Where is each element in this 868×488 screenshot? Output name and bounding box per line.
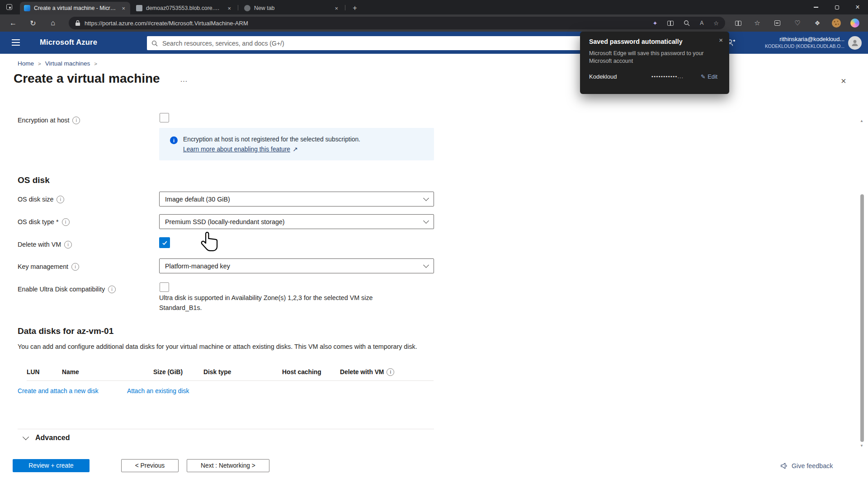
delete-with-vm-checkbox[interactable] xyxy=(159,237,170,248)
tab-blob-storage[interactable]: demoaz0753553.blob.core.wind... × xyxy=(132,2,236,14)
breadcrumb-separator: > xyxy=(38,61,41,66)
col-name: Name xyxy=(62,368,153,376)
col-disk-type: Disk type xyxy=(203,368,282,376)
tab-create-vm[interactable]: Create a virtual machine - Micro... × xyxy=(20,2,130,14)
info-icon[interactable]: i xyxy=(57,196,64,203)
favorites-icon[interactable]: ☆ xyxy=(750,14,765,32)
read-aloud-icon[interactable]: A xyxy=(700,20,703,26)
newtab-favicon xyxy=(244,5,250,11)
tab-close-icon[interactable]: × xyxy=(334,5,339,12)
os-disk-type-dropdown[interactable]: Premium SSD (locally-redundant storage) xyxy=(159,214,434,229)
tab-close-icon[interactable]: × xyxy=(226,5,232,12)
azure-search-box[interactable] xyxy=(147,36,582,50)
give-feedback-button[interactable]: Give feedback xyxy=(780,462,833,470)
ultra-disk-checkbox[interactable] xyxy=(160,282,169,292)
review-create-button[interactable]: Review + create xyxy=(13,459,90,472)
tab-title: New tab xyxy=(254,5,330,11)
data-disks-heading: Data disks for az-vm-01 xyxy=(18,326,113,336)
address-bar-icons: ✦ A ☆ xyxy=(652,20,719,27)
tab-actions-icon[interactable] xyxy=(6,4,12,10)
address-bar[interactable]: https://portal.azure.com/#create/Microso… xyxy=(69,17,725,29)
account-info[interactable]: rithinskaria@kodekloud... KODEKLOUD (KOD… xyxy=(765,36,844,49)
next-networking-button[interactable]: Next : Networking > xyxy=(187,459,269,472)
col-host-caching: Host caching xyxy=(282,368,340,376)
scroll-up-arrow[interactable]: ▲ xyxy=(858,119,865,123)
zoom-icon[interactable] xyxy=(684,20,690,26)
previous-button[interactable]: < Previous xyxy=(121,459,179,472)
person-icon xyxy=(851,39,859,47)
split-screen-icon[interactable] xyxy=(731,14,746,32)
favorite-star-icon[interactable]: ☆ xyxy=(713,20,719,27)
window-close-button[interactable]: × xyxy=(847,0,868,14)
tab-separator xyxy=(238,5,238,10)
popup-body: Microsoft Edge will save this password t… xyxy=(589,50,722,66)
chevron-down-icon xyxy=(423,195,429,201)
collections-icon[interactable] xyxy=(769,14,785,32)
key-management-dropdown[interactable]: Platform-managed key xyxy=(159,258,434,273)
account-email: rithinskaria@kodekloud... xyxy=(765,36,844,43)
col-size: Size (GiB) xyxy=(153,368,203,376)
attach-existing-disk-link[interactable]: Attach an existing disk xyxy=(127,388,189,394)
create-attach-disk-link[interactable]: Create and attach a new disk xyxy=(18,388,99,394)
os-disk-size-label: OS disk size i xyxy=(18,194,64,204)
info-icon[interactable]: i xyxy=(387,368,394,376)
delete-with-vm-label: Delete with VM i xyxy=(18,239,72,249)
section-divider xyxy=(18,429,434,429)
tab-separator xyxy=(345,5,345,10)
saved-password-popup: Saved password automatically × Microsoft… xyxy=(580,32,729,94)
window-maximize-button[interactable] xyxy=(826,0,847,14)
mouse-cursor-hand xyxy=(201,230,218,255)
info-icon[interactable]: i xyxy=(71,263,79,271)
info-icon[interactable]: i xyxy=(72,117,80,124)
os-disk-type-label: OS disk type * i xyxy=(18,217,70,227)
back-icon[interactable]: ← xyxy=(5,14,21,32)
os-disk-size-value: Image default (30 GiB) xyxy=(165,196,230,203)
popup-edit-button[interactable]: ✎ Edit xyxy=(701,73,717,80)
popup-title: Saved password automatically xyxy=(589,38,683,45)
advanced-section-toggle[interactable]: Advanced xyxy=(24,434,70,442)
learn-more-link[interactable]: Learn more about enabling this feature xyxy=(183,146,290,153)
account-directory: KODEKLOUD (KODEKLOUDLAB.O... xyxy=(765,43,844,50)
os-disk-size-dropdown[interactable]: Image default (30 GiB) xyxy=(159,192,434,206)
new-tab-button[interactable]: + xyxy=(349,3,360,14)
tab-close-icon[interactable]: × xyxy=(121,5,126,12)
checkmark-icon xyxy=(161,239,168,246)
info-icon[interactable]: i xyxy=(108,286,116,293)
extensions-icon[interactable]: ❖ xyxy=(810,14,825,32)
browser-essentials-icon[interactable]: ♡ xyxy=(790,14,805,32)
blade-close-icon[interactable]: × xyxy=(841,76,846,86)
popup-close-icon[interactable]: × xyxy=(719,36,723,44)
info-icon[interactable]: i xyxy=(64,241,72,249)
info-icon[interactable]: i xyxy=(62,218,70,226)
profile-avatar-cookie[interactable] xyxy=(829,14,844,32)
azure-brand[interactable]: Microsoft Azure xyxy=(40,38,97,47)
os-disk-type-value: Premium SSD (locally-redundant storage) xyxy=(165,218,285,225)
azure-search-input[interactable] xyxy=(161,39,577,47)
title-context-menu-icon[interactable]: … xyxy=(180,75,189,84)
key-management-value: Platform-managed key xyxy=(165,263,230,270)
breadcrumb-home[interactable]: Home xyxy=(18,60,34,67)
copilot-icon[interactable] xyxy=(847,14,863,32)
popup-masked-password: •••••••••••... xyxy=(651,74,684,79)
page-title: Create a virtual machine xyxy=(14,71,160,86)
hamburger-menu-icon[interactable] xyxy=(12,42,20,43)
window-minimize-button[interactable] xyxy=(806,0,826,14)
refresh-icon[interactable]: ↻ xyxy=(25,14,41,32)
encryption-at-host-checkbox[interactable] xyxy=(160,113,169,122)
tab-new-tab[interactable]: New tab × xyxy=(240,2,343,14)
os-disk-heading: OS disk xyxy=(18,175,50,185)
scroll-down-arrow[interactable]: ▼ xyxy=(858,444,865,448)
data-disks-table-header: LUN Name Size (GiB) Disk type Host cachi… xyxy=(27,368,434,381)
doc-favicon xyxy=(136,5,142,11)
scrollbar-thumb[interactable] xyxy=(860,194,864,442)
home-icon[interactable]: ⌂ xyxy=(45,14,61,32)
breadcrumb: Home > Virtual machines > xyxy=(18,60,97,67)
breadcrumb-virtual-machines[interactable]: Virtual machines xyxy=(45,60,90,67)
azure-favicon xyxy=(24,5,30,11)
browser-tab-strip xyxy=(0,0,868,14)
account-avatar[interactable] xyxy=(848,36,862,50)
popup-site-name: Kodekloud xyxy=(589,73,617,80)
minimize-icon xyxy=(814,7,818,8)
copilot-sparkle-icon[interactable]: ✦ xyxy=(652,20,657,27)
split-tab-icon[interactable] xyxy=(667,21,674,26)
